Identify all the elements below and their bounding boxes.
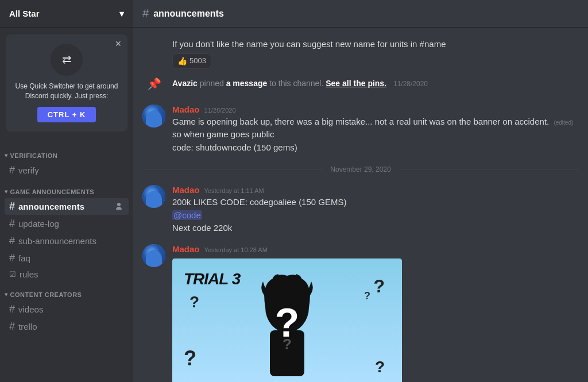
qmark-topright: ? bbox=[373, 276, 385, 297]
pin-icon-wrap: 📌 bbox=[142, 72, 165, 95]
channel-header-hash-icon: # bbox=[142, 7, 149, 20]
message-timestamp-3: Yesterday at 10:28 AM bbox=[204, 246, 268, 253]
channel-name-update-log: update-log bbox=[18, 219, 59, 229]
channel-name-trello: trello bbox=[18, 322, 37, 331]
pin-author: Avazic bbox=[172, 79, 198, 88]
quick-switcher-popup: ✕ ⇄ Use Quick Switcher to get around Dis… bbox=[6, 34, 127, 132]
channel-name-announcements: announcements bbox=[18, 202, 84, 211]
date-divider: November 29, 2020 bbox=[133, 161, 588, 178]
message-author-1: Madao bbox=[172, 105, 200, 114]
reaction-emoji: 👍 bbox=[177, 55, 187, 67]
hash-icon: # bbox=[9, 200, 15, 213]
hash-icon: # bbox=[9, 218, 15, 230]
channel-header-name: announcements bbox=[153, 9, 224, 19]
qmark-topleft: ? bbox=[189, 293, 199, 311]
mention-code[interactable]: @code bbox=[172, 210, 202, 220]
message-timestamp-2: Yesterday at 1:11 AM bbox=[204, 187, 264, 194]
continuation-text: If you don't like the name you can sugge… bbox=[172, 39, 446, 49]
hash-icon: # bbox=[9, 303, 15, 315]
category-verification[interactable]: VERIFICATION bbox=[0, 143, 133, 161]
message-header-1: Madao 11/28/2020 bbox=[172, 105, 579, 114]
pin-icon: 📌 bbox=[147, 77, 161, 91]
quick-switcher-close[interactable]: ✕ bbox=[115, 39, 122, 48]
trial3-image-container: TRIAL 3 ? ? ? ? ? ? ? bbox=[172, 258, 402, 383]
qmark-bottomright: ? bbox=[375, 358, 385, 376]
pin-to-channel: to this channel. bbox=[269, 79, 326, 88]
message-line-2-0: 200k LIKES CODE: codegoaliee (150 GEMS) bbox=[172, 197, 347, 207]
message-group-madao-3: Madao Yesterday at 10:28 AM bbox=[133, 242, 588, 383]
channel-item-sub-announcements[interactable]: # sub-announcements bbox=[5, 233, 129, 249]
divider-line-left bbox=[142, 169, 323, 170]
hash-icon: # bbox=[9, 235, 15, 247]
server-name: All Star bbox=[9, 9, 40, 18]
channel-item-faq[interactable]: # faq bbox=[5, 250, 129, 267]
reaction-thumbs-up[interactable]: 👍 5003 bbox=[172, 53, 211, 69]
channel-list: VERIFICATION # verify GAME ANNOUNCEMENTS… bbox=[0, 138, 133, 382]
see-all-pins-link[interactable]: See all the pins. bbox=[326, 79, 386, 88]
user-badge-icon bbox=[114, 201, 124, 211]
server-header[interactable]: All Star ▾ bbox=[0, 0, 133, 28]
message-line-1-2: code: shutdowncode (150 gems) bbox=[172, 142, 297, 152]
quick-switcher-icon: ⇄ bbox=[51, 44, 83, 76]
channel-name-verify: verify bbox=[18, 165, 39, 175]
category-game-announcements[interactable]: GAME ANNOUNCEMENTS bbox=[0, 179, 133, 198]
divider-line-right bbox=[398, 169, 579, 170]
reaction-count: 5003 bbox=[189, 55, 206, 67]
channel-item-announcements[interactable]: # announcements bbox=[5, 198, 129, 215]
hash-icon: # bbox=[9, 252, 15, 264]
qmark-small-tr: ? bbox=[364, 290, 370, 302]
message-line-2-2: Next code 220k bbox=[172, 223, 232, 233]
channel-name-sub-announcements: sub-announcements bbox=[18, 236, 96, 246]
message-text-2: 200k LIKES CODE: codegoaliee (150 GEMS) … bbox=[172, 196, 579, 235]
pin-action: pinned bbox=[200, 79, 226, 88]
message-content-madao-1: Madao 11/28/2020 Game is opening back up… bbox=[172, 105, 579, 155]
qmark-bottomleft: ? bbox=[184, 346, 196, 371]
message-text-1: Game is opening back up, there was a big… bbox=[172, 115, 579, 155]
message-line-1-1: so when game goes public bbox=[172, 129, 274, 139]
message-line-1-0: Game is opening back up, there was a big… bbox=[172, 117, 549, 126]
hash-icon: # bbox=[9, 321, 15, 333]
avatar-madao-3 bbox=[142, 244, 165, 267]
trial3-center-qmark: ? bbox=[275, 300, 300, 346]
quick-switcher-text: Use Quick Switcher to get around Discord… bbox=[15, 82, 118, 101]
check-icon: ☑ bbox=[9, 270, 16, 279]
category-content-creators[interactable]: CONTENT CREATORS bbox=[0, 282, 133, 300]
trial3-image: TRIAL 3 ? ? ? ? ? ? ? bbox=[172, 258, 402, 383]
message-author-3: Madao bbox=[172, 244, 200, 254]
main-content: # announcements If you don't like the na… bbox=[133, 0, 588, 382]
channel-name-rules: rules bbox=[20, 269, 38, 279]
channel-item-verify[interactable]: # verify bbox=[5, 162, 129, 179]
message-continuation: If you don't like the name you can sugge… bbox=[133, 37, 588, 70]
avatar-madao-1 bbox=[142, 105, 165, 128]
message-group-madao-2: Madao Yesterday at 1:11 AM 200k LIKES CO… bbox=[133, 183, 588, 237]
server-chevron: ▾ bbox=[119, 9, 124, 19]
avatar-madao-2 bbox=[142, 185, 165, 208]
message-content-madao-2: Madao Yesterday at 1:11 AM 200k LIKES CO… bbox=[172, 185, 579, 235]
date-divider-text: November 29, 2020 bbox=[323, 165, 397, 173]
pin-timestamp: 11/28/2020 bbox=[393, 80, 428, 88]
edited-label: (edited) bbox=[554, 119, 573, 126]
channel-item-rules[interactable]: ☑ rules bbox=[5, 267, 129, 281]
quick-switcher-shortcut[interactable]: CTRL + K bbox=[37, 107, 96, 122]
message-author-2: Madao bbox=[172, 185, 200, 195]
svg-text:⇄: ⇄ bbox=[62, 53, 72, 65]
messages-area[interactable]: If you don't like the name you can sugge… bbox=[133, 28, 588, 382]
channel-item-update-log[interactable]: # update-log bbox=[5, 215, 129, 232]
trial3-title: TRIAL 3 bbox=[184, 270, 240, 288]
channel-item-videos[interactable]: # videos bbox=[5, 301, 129, 318]
message-content-madao-3: Madao Yesterday at 10:28 AM bbox=[172, 244, 579, 383]
message-group-madao-1: Madao 11/28/2020 Game is opening back up… bbox=[133, 102, 588, 157]
pin-message-link[interactable]: a message bbox=[226, 79, 268, 88]
hash-icon: # bbox=[9, 164, 15, 176]
message-header-3: Madao Yesterday at 10:28 AM bbox=[172, 244, 579, 254]
channel-item-trello[interactable]: # trello bbox=[5, 318, 129, 335]
message-timestamp-1: 11/28/2020 bbox=[204, 107, 236, 114]
pin-text: Avazic pinned a message to this channel.… bbox=[172, 78, 428, 90]
message-header-2: Madao Yesterday at 1:11 AM bbox=[172, 185, 579, 195]
channel-name-videos: videos bbox=[18, 304, 43, 314]
pin-notification: 📌 Avazic pinned a message to this channe… bbox=[133, 70, 588, 98]
channel-header: # announcements bbox=[133, 0, 588, 28]
channel-name-faq: faq bbox=[18, 253, 30, 263]
channel-sidebar: All Star ▾ ✕ ⇄ Use Quick Switcher to get… bbox=[0, 0, 133, 382]
